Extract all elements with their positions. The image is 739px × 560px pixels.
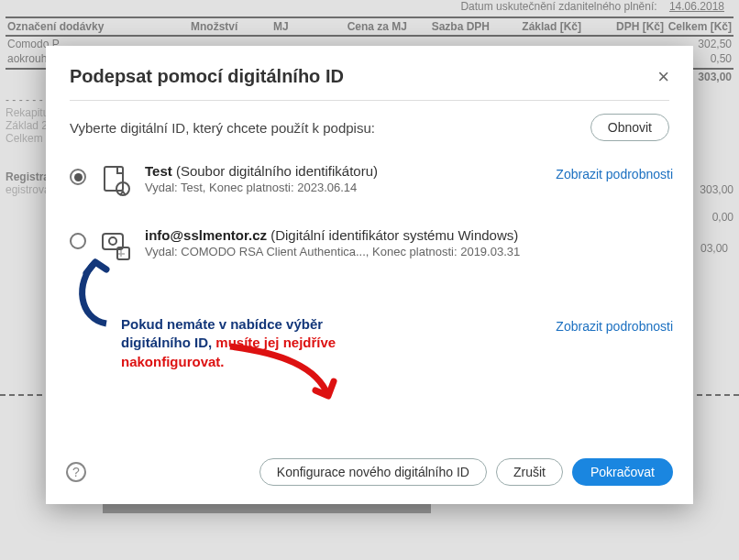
cert-name: info@sslmentor.cz (Digitální identifikát… bbox=[145, 227, 673, 243]
cert-item[interactable]: Test (Soubor digitálního identifikátoru)… bbox=[70, 154, 673, 218]
cert-sub: Vydal: Test, Konec platnosti: 2023.06.14 bbox=[145, 181, 543, 194]
cert-sub: Vydal: COMODO RSA Client Authentica..., … bbox=[145, 245, 673, 258]
arrow-down-icon bbox=[226, 339, 345, 412]
continue-button[interactable]: Pokračovat bbox=[572, 458, 673, 486]
cert-name: Test (Soubor digitálního identifikátoru) bbox=[145, 163, 543, 179]
sign-dialog: Podepsat pomocí digitálního ID × Vyberte… bbox=[46, 46, 693, 504]
help-icon[interactable]: ? bbox=[66, 462, 86, 482]
radio-selected[interactable] bbox=[70, 169, 86, 185]
dialog-footer: ? Konfigurace nového digitálního ID Zruš… bbox=[46, 444, 693, 504]
cert-details-link[interactable]: Zobrazit podrobnosti bbox=[556, 319, 673, 334]
cert-item[interactable]: info@sslmentor.cz (Digitální identifikát… bbox=[70, 218, 673, 282]
dialog-title: Podepsat pomocí digitálního ID bbox=[70, 66, 344, 87]
certificate-windows-icon bbox=[99, 229, 132, 262]
cert-list[interactable]: Test (Soubor digitálního identifikátoru)… bbox=[70, 154, 684, 444]
certificate-file-icon bbox=[99, 165, 132, 198]
divider bbox=[70, 100, 669, 101]
svg-point-3 bbox=[109, 237, 116, 245]
radio-unselected[interactable] bbox=[70, 233, 86, 249]
configure-new-id-button[interactable]: Konfigurace nového digitálního ID bbox=[259, 458, 487, 486]
refresh-button[interactable]: Obnovit bbox=[590, 114, 669, 141]
cert-details-link[interactable]: Zobrazit podrobnosti bbox=[556, 167, 673, 181]
dialog-subtitle: Vyberte digitální ID, který chcete použí… bbox=[70, 120, 375, 136]
cancel-button[interactable]: Zrušit bbox=[496, 458, 563, 486]
close-icon[interactable]: × bbox=[657, 67, 669, 87]
svg-rect-0 bbox=[105, 167, 123, 191]
